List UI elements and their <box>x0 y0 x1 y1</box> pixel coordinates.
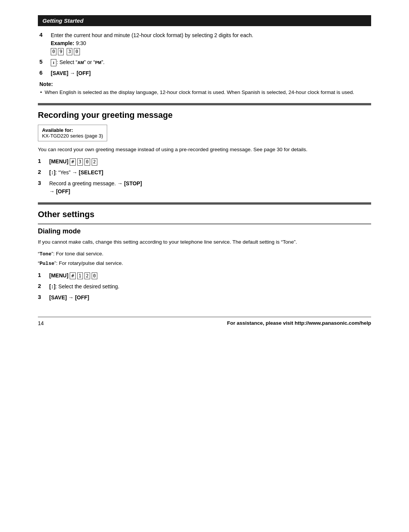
key-0c: 0 <box>84 158 90 166</box>
section-divider-1 <box>38 103 371 105</box>
other-settings-title: Other settings <box>38 209 371 220</box>
section-divider-2 <box>38 202 371 205</box>
key-1: 1 <box>77 272 83 280</box>
key-2a: 2 <box>84 272 90 280</box>
greeting-body-text: You can record your own greeting message… <box>38 146 371 154</box>
tone-text: “Tone”: For tone dial service. <box>38 250 371 258</box>
note-label: Note: <box>39 81 371 87</box>
greeting-step-3-content: Record a greeting message. → [STOP]→ [OF… <box>49 180 142 196</box>
step-4-number: 4 <box>39 31 47 38</box>
footer: 14 For assistance, please visit http://w… <box>38 317 371 326</box>
other-step-2-text: [↕]: Select the desired setting. <box>49 283 119 289</box>
footer-url: For assistance, please visit http://www.… <box>227 320 371 326</box>
available-label: Available for: <box>42 127 73 133</box>
available-box: Available for: KX-TGD220 series (page 3) <box>38 125 107 141</box>
key-0d: 0 <box>92 272 97 280</box>
key-0b: 0 <box>74 48 80 55</box>
other-settings-section: Other settings Dialing mode If you canno… <box>38 209 371 302</box>
pulse-text: “Pulse”: For rotary/pulse dial service. <box>38 260 371 268</box>
key-9: 9 <box>58 48 64 55</box>
step-5-number: 5 <box>39 58 47 65</box>
greeting-step-2-text: [↕]: “Yes” → [SELECT] <box>49 169 103 175</box>
getting-started-steps: 4 Enter the current hour and minute (12-… <box>39 31 371 77</box>
greeting-step-1: 1 [MENU] # 3 0 2 <box>38 158 371 166</box>
other-step-1-content: [MENU] # 1 2 0 <box>49 272 97 280</box>
getting-started-header-text: Getting Started <box>42 17 83 24</box>
other-step-2-content: [↕]: Select the desired setting. <box>49 283 119 291</box>
dialing-mode-title: Dialing mode <box>38 227 371 235</box>
getting-started-content: 4 Enter the current hour and minute (12-… <box>38 31 371 96</box>
greeting-step-2-num: 2 <box>38 169 45 175</box>
note-text: When English is selected as the display … <box>39 89 371 96</box>
available-model: KX-TGD220 series (page 3) <box>42 133 103 139</box>
greeting-step-1-num: 1 <box>38 158 45 164</box>
page-number: 14 <box>38 320 44 326</box>
step-5-content: ↕: Select “AM” or “PM”. <box>51 58 105 66</box>
other-step-3-num: 3 <box>38 294 45 300</box>
step-6-item: 6 [SAVE] → [OFF] <box>39 69 371 77</box>
other-step-2: 2 [↕]: Select the desired setting. <box>38 283 371 291</box>
greeting-step-2: 2 [↕]: “Yes” → [SELECT] <box>38 169 371 177</box>
other-step-3-content: [SAVE] → [OFF] <box>49 294 89 302</box>
key-2: 2 <box>92 158 97 166</box>
greeting-step-1-menu: [MENU] <box>49 158 69 164</box>
step-5-text: ↕: Select “AM” or “PM”. <box>51 59 105 65</box>
key-hash2: # <box>70 272 75 280</box>
other-settings-steps: 1 [MENU] # 1 2 0 2 [↕]: Select the desir… <box>38 272 371 302</box>
greeting-step-3: 3 Record a greeting message. → [STOP]→ [… <box>38 180 371 196</box>
other-step-1-keys: # 1 2 0 <box>69 272 98 279</box>
step-6-content: [SAVE] → [OFF] <box>51 69 91 77</box>
step-4-keys: 0 9 3 0 <box>51 48 80 54</box>
other-step-3-text: [SAVE] → [OFF] <box>49 294 89 300</box>
other-step-1-menu: [MENU] <box>49 272 69 279</box>
key-3a: 3 <box>77 158 83 166</box>
step-5-item: 5 ↕: Select “AM” or “PM”. <box>39 58 371 66</box>
step-4-example-value: 9:30 <box>76 40 86 46</box>
other-step-3: 3 [SAVE] → [OFF] <box>38 294 371 302</box>
dialing-mode-body: If you cannot make calls, change this se… <box>38 238 371 246</box>
note-section: Note: When English is selected as the di… <box>39 81 371 96</box>
getting-started-section: Getting Started 4 Enter the current hour… <box>38 15 371 96</box>
greeting-step-3-num: 3 <box>38 180 45 186</box>
greeting-step-1-content: [MENU] # 3 0 2 <box>49 158 97 166</box>
greeting-step-1-keys: # 3 0 2 <box>69 158 98 164</box>
other-step-1: 1 [MENU] # 1 2 0 <box>38 272 371 280</box>
greeting-step-3-text: Record a greeting message. → [STOP]→ [OF… <box>49 180 142 194</box>
tone-text-content: “Tone”: For tone dial service. <box>38 251 103 257</box>
step-6-number: 6 <box>39 69 47 76</box>
key-3: 3 <box>67 48 72 55</box>
greeting-title: Recording your greeting message <box>38 110 371 121</box>
pulse-text-content: “Pulse”: For rotary/pulse dial service. <box>38 260 123 266</box>
step-6-text: [SAVE] → [OFF] <box>51 70 91 76</box>
greeting-section: Recording your greeting message Availabl… <box>38 110 371 196</box>
scroll-icon: ↕ <box>51 59 56 66</box>
step-4-item: 4 Enter the current hour and minute (12-… <box>39 31 371 55</box>
greeting-steps: 1 [MENU] # 3 0 2 2 [↕]: “Yes” → [SELECT]… <box>38 158 371 196</box>
other-step-2-num: 2 <box>38 283 45 289</box>
getting-started-header: Getting Started <box>38 15 371 26</box>
key-hash: # <box>70 158 75 166</box>
dialing-mode-body-text: If you cannot make calls, change this se… <box>38 239 297 245</box>
greeting-step-2-content: [↕]: “Yes” → [SELECT] <box>49 169 103 177</box>
step-4-text: Enter the current hour and minute (12-ho… <box>51 32 253 38</box>
sub-divider-1 <box>38 224 371 224</box>
other-step-1-num: 1 <box>38 272 45 278</box>
step-4-content: Enter the current hour and minute (12-ho… <box>51 31 253 55</box>
step-4-example-label: Example: <box>51 40 74 46</box>
key-0a: 0 <box>51 48 56 55</box>
